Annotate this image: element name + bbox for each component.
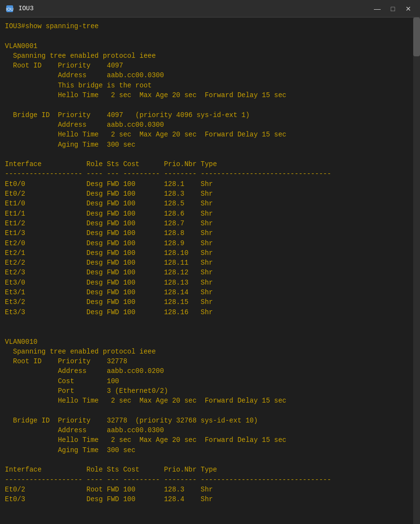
scrollbar-thumb[interactable] (413, 17, 420, 56)
svg-text:IOU: IOU (6, 7, 14, 12)
maximize-button[interactable]: □ (386, 3, 400, 15)
application-window: IOU IOU3 — □ ✕ IOU3#show spanning-tree V… (0, 0, 420, 524)
scrollbar-track (413, 17, 420, 524)
window-frame: IOU IOU3 — □ ✕ IOU3#show spanning-tree V… (0, 0, 420, 524)
close-button[interactable]: ✕ (402, 3, 415, 15)
window-controls: — □ ✕ (370, 3, 415, 15)
minimize-button[interactable]: — (370, 3, 384, 15)
app-icon: IOU (5, 4, 15, 14)
window-title: IOU3 (18, 5, 370, 12)
title-bar: IOU IOU3 — □ ✕ (0, 0, 420, 17)
terminal-output[interactable]: IOU3#show spanning-tree VLAN0001 Spannin… (0, 17, 420, 524)
